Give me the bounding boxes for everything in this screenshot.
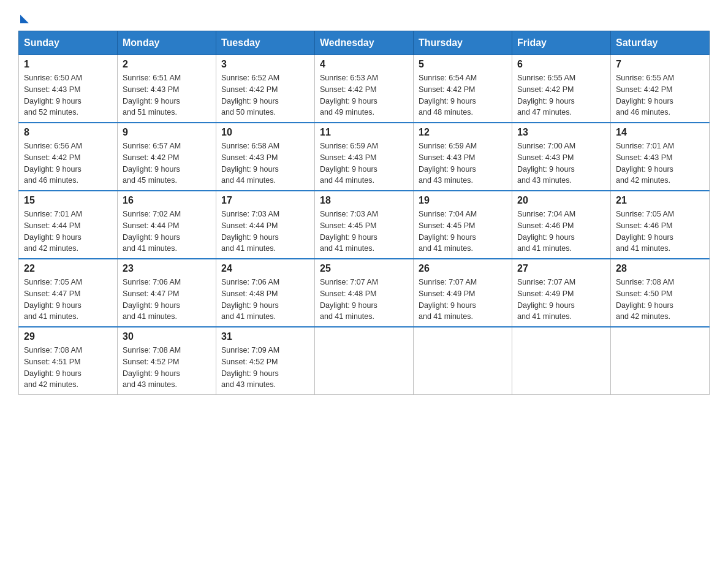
day-number: 28 (616, 263, 704, 274)
day-number: 24 (221, 263, 309, 274)
calendar-day-cell (611, 327, 710, 395)
day-number: 10 (221, 127, 309, 138)
calendar-day-cell: 18Sunrise: 7:03 AMSunset: 4:45 PMDayligh… (315, 191, 414, 259)
calendar-day-cell: 8Sunrise: 6:56 AMSunset: 4:42 PMDaylight… (19, 123, 118, 191)
day-number: 7 (616, 59, 704, 70)
day-info: Sunrise: 7:07 AMSunset: 4:48 PMDaylight:… (320, 277, 408, 323)
calendar-week-row: 15Sunrise: 7:01 AMSunset: 4:44 PMDayligh… (19, 191, 710, 259)
calendar-day-cell: 20Sunrise: 7:04 AMSunset: 4:46 PMDayligh… (512, 191, 611, 259)
day-info: Sunrise: 6:55 AMSunset: 4:42 PMDaylight:… (616, 72, 704, 118)
day-of-week-header: Tuesday (216, 31, 315, 55)
day-number: 2 (123, 59, 211, 70)
calendar-header-row: SundayMondayTuesdayWednesdayThursdayFrid… (19, 31, 710, 55)
day-number: 30 (123, 331, 211, 342)
calendar-day-cell: 21Sunrise: 7:05 AMSunset: 4:46 PMDayligh… (611, 191, 710, 259)
calendar-day-cell: 24Sunrise: 7:06 AMSunset: 4:48 PMDayligh… (216, 259, 315, 327)
day-number: 20 (517, 195, 605, 206)
day-info: Sunrise: 7:05 AMSunset: 4:47 PMDaylight:… (24, 277, 112, 323)
calendar-day-cell (315, 327, 414, 395)
day-info: Sunrise: 6:51 AMSunset: 4:43 PMDaylight:… (123, 72, 211, 118)
calendar-day-cell: 1Sunrise: 6:50 AMSunset: 4:43 PMDaylight… (19, 55, 118, 123)
day-number: 15 (24, 195, 112, 206)
calendar-day-cell: 11Sunrise: 6:59 AMSunset: 4:43 PMDayligh… (315, 123, 414, 191)
day-info: Sunrise: 6:59 AMSunset: 4:43 PMDaylight:… (320, 140, 408, 186)
day-number: 22 (24, 263, 112, 274)
day-info: Sunrise: 6:53 AMSunset: 4:42 PMDaylight:… (320, 72, 408, 118)
day-number: 9 (123, 127, 211, 138)
day-info: Sunrise: 7:06 AMSunset: 4:48 PMDaylight:… (221, 277, 309, 323)
page-header (18, 12, 710, 18)
day-of-week-header: Monday (118, 31, 216, 55)
day-number: 21 (616, 195, 704, 206)
calendar-day-cell: 23Sunrise: 7:06 AMSunset: 4:47 PMDayligh… (118, 259, 216, 327)
day-number: 4 (320, 59, 408, 70)
calendar-day-cell: 3Sunrise: 6:52 AMSunset: 4:42 PMDaylight… (216, 55, 315, 123)
day-info: Sunrise: 6:59 AMSunset: 4:43 PMDaylight:… (419, 140, 507, 186)
day-number: 27 (517, 263, 605, 274)
day-number: 14 (616, 127, 704, 138)
day-info: Sunrise: 7:01 AMSunset: 4:43 PMDaylight:… (616, 140, 704, 186)
calendar-day-cell (512, 327, 611, 395)
calendar-day-cell: 10Sunrise: 6:58 AMSunset: 4:43 PMDayligh… (216, 123, 315, 191)
calendar-day-cell: 19Sunrise: 7:04 AMSunset: 4:45 PMDayligh… (414, 191, 512, 259)
calendar-day-cell: 30Sunrise: 7:08 AMSunset: 4:52 PMDayligh… (118, 327, 216, 395)
day-info: Sunrise: 7:01 AMSunset: 4:44 PMDaylight:… (24, 209, 112, 255)
calendar-table: SundayMondayTuesdayWednesdayThursdayFrid… (18, 31, 710, 395)
day-info: Sunrise: 6:55 AMSunset: 4:42 PMDaylight:… (517, 72, 605, 118)
day-info: Sunrise: 7:07 AMSunset: 4:49 PMDaylight:… (517, 277, 605, 323)
day-info: Sunrise: 7:09 AMSunset: 4:52 PMDaylight:… (221, 345, 309, 391)
day-number: 8 (24, 127, 112, 138)
day-number: 6 (517, 59, 605, 70)
day-number: 12 (419, 127, 507, 138)
day-info: Sunrise: 7:08 AMSunset: 4:51 PMDaylight:… (24, 345, 112, 391)
calendar-day-cell: 28Sunrise: 7:08 AMSunset: 4:50 PMDayligh… (611, 259, 710, 327)
day-info: Sunrise: 7:02 AMSunset: 4:44 PMDaylight:… (123, 209, 211, 255)
day-number: 13 (517, 127, 605, 138)
day-number: 3 (221, 59, 309, 70)
day-of-week-header: Wednesday (315, 31, 414, 55)
calendar-week-row: 22Sunrise: 7:05 AMSunset: 4:47 PMDayligh… (19, 259, 710, 327)
calendar-day-cell: 12Sunrise: 6:59 AMSunset: 4:43 PMDayligh… (414, 123, 512, 191)
day-info: Sunrise: 6:56 AMSunset: 4:42 PMDaylight:… (24, 140, 112, 186)
calendar-day-cell: 6Sunrise: 6:55 AMSunset: 4:42 PMDaylight… (512, 55, 611, 123)
day-info: Sunrise: 7:03 AMSunset: 4:45 PMDaylight:… (320, 209, 408, 255)
day-of-week-header: Friday (512, 31, 611, 55)
calendar-day-cell: 27Sunrise: 7:07 AMSunset: 4:49 PMDayligh… (512, 259, 611, 327)
calendar-week-row: 1Sunrise: 6:50 AMSunset: 4:43 PMDaylight… (19, 55, 710, 123)
logo (18, 12, 29, 18)
calendar-day-cell: 15Sunrise: 7:01 AMSunset: 4:44 PMDayligh… (19, 191, 118, 259)
day-number: 31 (221, 331, 309, 342)
calendar-day-cell: 5Sunrise: 6:54 AMSunset: 4:42 PMDaylight… (414, 55, 512, 123)
logo-arrow-icon (20, 15, 29, 23)
day-number: 11 (320, 127, 408, 138)
day-info: Sunrise: 7:08 AMSunset: 4:50 PMDaylight:… (616, 277, 704, 323)
day-number: 26 (419, 263, 507, 274)
day-number: 16 (123, 195, 211, 206)
calendar-day-cell: 2Sunrise: 6:51 AMSunset: 4:43 PMDaylight… (118, 55, 216, 123)
day-info: Sunrise: 7:04 AMSunset: 4:45 PMDaylight:… (419, 209, 507, 255)
day-number: 5 (419, 59, 507, 70)
logo-top (18, 12, 29, 23)
day-info: Sunrise: 7:08 AMSunset: 4:52 PMDaylight:… (123, 345, 211, 391)
calendar-day-cell: 29Sunrise: 7:08 AMSunset: 4:51 PMDayligh… (19, 327, 118, 395)
calendar-day-cell: 7Sunrise: 6:55 AMSunset: 4:42 PMDaylight… (611, 55, 710, 123)
day-number: 29 (24, 331, 112, 342)
day-of-week-header: Saturday (611, 31, 710, 55)
day-number: 25 (320, 263, 408, 274)
calendar-day-cell: 17Sunrise: 7:03 AMSunset: 4:44 PMDayligh… (216, 191, 315, 259)
day-number: 18 (320, 195, 408, 206)
day-info: Sunrise: 7:03 AMSunset: 4:44 PMDaylight:… (221, 209, 309, 255)
day-of-week-header: Sunday (19, 31, 118, 55)
day-info: Sunrise: 7:04 AMSunset: 4:46 PMDaylight:… (517, 209, 605, 255)
day-info: Sunrise: 6:58 AMSunset: 4:43 PMDaylight:… (221, 140, 309, 186)
calendar-week-row: 29Sunrise: 7:08 AMSunset: 4:51 PMDayligh… (19, 327, 710, 395)
day-info: Sunrise: 7:07 AMSunset: 4:49 PMDaylight:… (419, 277, 507, 323)
calendar-day-cell: 4Sunrise: 6:53 AMSunset: 4:42 PMDaylight… (315, 55, 414, 123)
day-of-week-header: Thursday (414, 31, 512, 55)
day-info: Sunrise: 7:00 AMSunset: 4:43 PMDaylight:… (517, 140, 605, 186)
day-info: Sunrise: 6:57 AMSunset: 4:42 PMDaylight:… (123, 140, 211, 186)
calendar-day-cell: 22Sunrise: 7:05 AMSunset: 4:47 PMDayligh… (19, 259, 118, 327)
day-info: Sunrise: 6:54 AMSunset: 4:42 PMDaylight:… (419, 72, 507, 118)
day-info: Sunrise: 6:52 AMSunset: 4:42 PMDaylight:… (221, 72, 309, 118)
calendar-day-cell: 16Sunrise: 7:02 AMSunset: 4:44 PMDayligh… (118, 191, 216, 259)
